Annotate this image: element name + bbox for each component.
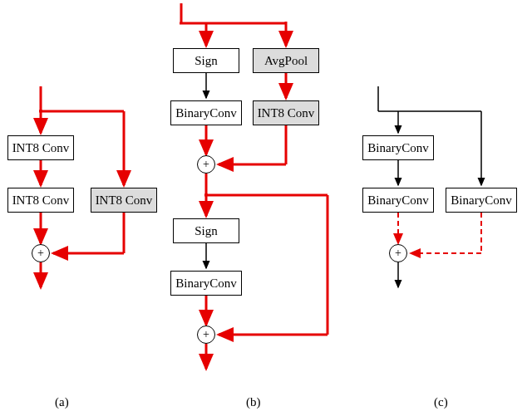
b-sum-1: +: [197, 155, 215, 174]
b-int8conv: INT8 Conv: [253, 100, 319, 125]
c-binaryconv-shortcut: BinaryConv: [446, 188, 517, 213]
caption-c: (c): [434, 395, 448, 409]
diagram-canvas: INT8 Conv INT8 Conv INT8 Conv + Sign Avg…: [0, 0, 532, 416]
c-sum: +: [389, 244, 407, 262]
b-sum-2: +: [197, 325, 215, 344]
b-binaryconv-1: BinaryConv: [170, 100, 242, 125]
b-avgpool: AvgPool: [253, 48, 319, 73]
c-binaryconv-1: BinaryConv: [362, 135, 434, 160]
a-int8conv-shortcut: INT8 Conv: [91, 188, 157, 213]
c-binaryconv-2: BinaryConv: [362, 188, 434, 213]
caption-b: (b): [246, 395, 261, 409]
a-int8conv-1: INT8 Conv: [7, 135, 74, 160]
b-sign-1: Sign: [173, 48, 239, 73]
b-binaryconv-2: BinaryConv: [170, 271, 242, 296]
a-sum: +: [32, 244, 50, 262]
caption-a: (a): [55, 395, 69, 409]
b-sign-2: Sign: [173, 218, 239, 243]
a-int8conv-2: INT8 Conv: [7, 188, 74, 213]
